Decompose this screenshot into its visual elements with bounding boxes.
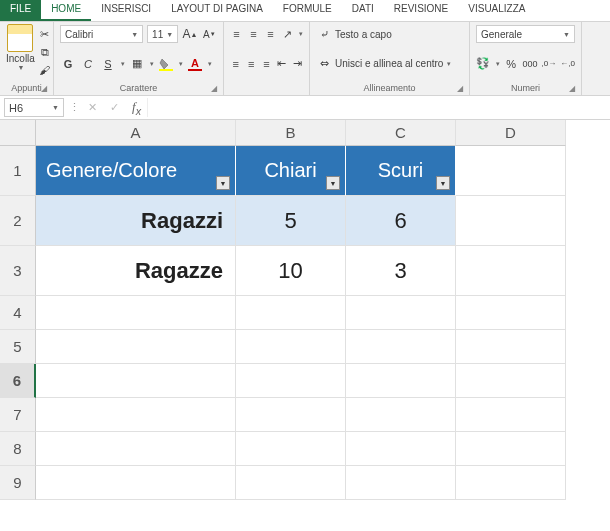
row-header[interactable]: 3 xyxy=(0,246,36,296)
decrease-font-icon[interactable]: A▼ xyxy=(202,26,217,42)
filter-dropdown-icon[interactable]: ▼ xyxy=(326,176,340,190)
table-header-cell[interactable]: Genere/Colore ▼ xyxy=(36,146,236,196)
dialog-launcher-icon[interactable]: ◢ xyxy=(569,84,575,93)
table-cell[interactable]: 6 xyxy=(346,196,456,246)
table-cell[interactable]: 3 xyxy=(346,246,456,296)
cell[interactable] xyxy=(236,330,346,364)
row-header[interactable]: 9 xyxy=(0,466,36,500)
number-format-select[interactable]: Generale▼ xyxy=(476,25,575,43)
bold-button[interactable]: G xyxy=(60,56,76,72)
table-row-label[interactable]: Ragazze xyxy=(36,246,236,296)
col-header[interactable]: C xyxy=(346,120,456,146)
fill-color-icon[interactable] xyxy=(158,56,174,72)
cell[interactable] xyxy=(236,296,346,330)
tab-review[interactable]: REVISIONE xyxy=(384,0,458,21)
cell[interactable] xyxy=(346,364,456,398)
cell[interactable] xyxy=(346,466,456,500)
row-header[interactable]: 5 xyxy=(0,330,36,364)
wrap-text-button[interactable]: ⤶ Testo a capo xyxy=(316,24,463,44)
align-left-icon[interactable]: ≡ xyxy=(230,56,241,72)
underline-button[interactable]: S xyxy=(100,56,116,72)
borders-icon[interactable]: ▦ xyxy=(129,56,145,72)
cell[interactable] xyxy=(346,432,456,466)
font-name-select[interactable]: Calibri▼ xyxy=(60,25,143,43)
cell[interactable] xyxy=(36,330,236,364)
col-header[interactable]: A xyxy=(36,120,236,146)
enter-icon[interactable]: ✓ xyxy=(106,100,122,116)
cell[interactable] xyxy=(456,364,566,398)
name-box[interactable]: H6▼ xyxy=(4,98,64,117)
cell[interactable] xyxy=(36,398,236,432)
cut-icon[interactable]: ✂ xyxy=(37,26,53,42)
row-header[interactable]: 2 xyxy=(0,196,36,246)
cell[interactable] xyxy=(236,398,346,432)
select-all-corner[interactable] xyxy=(0,120,36,146)
cell[interactable] xyxy=(236,432,346,466)
cell[interactable] xyxy=(456,196,566,246)
col-header[interactable]: D xyxy=(456,120,566,146)
col-header[interactable]: B xyxy=(236,120,346,146)
align-bottom-icon[interactable]: ≡ xyxy=(264,26,277,42)
orientation-icon[interactable]: ↗ xyxy=(281,26,294,42)
cell[interactable] xyxy=(236,466,346,500)
cell[interactable] xyxy=(456,398,566,432)
formula-input[interactable] xyxy=(147,98,610,117)
table-cell[interactable]: 5 xyxy=(236,196,346,246)
increase-indent-icon[interactable]: ⇥ xyxy=(292,56,303,72)
copy-icon[interactable]: ⧉ xyxy=(37,44,53,60)
row-header[interactable]: 4 xyxy=(0,296,36,330)
fx-icon[interactable]: fx xyxy=(132,99,141,117)
increase-font-icon[interactable]: A▲ xyxy=(182,26,197,42)
cancel-icon[interactable]: ✕ xyxy=(84,100,100,116)
table-row-label[interactable]: Ragazzi xyxy=(36,196,236,246)
decrease-decimal-icon[interactable]: ←,0 xyxy=(560,56,575,72)
decrease-indent-icon[interactable]: ⇤ xyxy=(276,56,287,72)
table-header-cell[interactable]: Scuri ▼ xyxy=(346,146,456,196)
filter-dropdown-icon[interactable]: ▼ xyxy=(436,176,450,190)
cell[interactable] xyxy=(346,330,456,364)
italic-button[interactable]: C xyxy=(80,56,96,72)
row-header[interactable]: 8 xyxy=(0,432,36,466)
tab-layout[interactable]: LAYOUT DI PAGINA xyxy=(161,0,273,21)
align-top-icon[interactable]: ≡ xyxy=(230,26,243,42)
cell[interactable] xyxy=(36,466,236,500)
align-center-icon[interactable]: ≡ xyxy=(245,56,256,72)
table-cell[interactable]: 10 xyxy=(236,246,346,296)
currency-icon[interactable]: 💱 xyxy=(476,56,491,72)
cell[interactable] xyxy=(456,146,566,196)
tab-view[interactable]: VISUALIZZA xyxy=(458,0,535,21)
row-header[interactable]: 7 xyxy=(0,398,36,432)
dialog-launcher-icon[interactable]: ◢ xyxy=(457,84,463,93)
thousands-icon[interactable]: 000 xyxy=(522,56,537,72)
dialog-launcher-icon[interactable]: ◢ xyxy=(211,84,217,93)
tab-insert[interactable]: INSERISCI xyxy=(91,0,161,21)
cell[interactable] xyxy=(456,330,566,364)
tab-home[interactable]: HOME xyxy=(41,0,91,21)
cell[interactable] xyxy=(36,296,236,330)
dialog-launcher-icon[interactable]: ◢ xyxy=(41,84,47,93)
cell[interactable] xyxy=(456,296,566,330)
row-header[interactable]: 6 xyxy=(0,364,36,398)
format-painter-icon[interactable]: 🖌 xyxy=(37,62,53,78)
font-size-select[interactable]: 11▼ xyxy=(147,25,178,43)
percent-icon[interactable]: % xyxy=(504,56,519,72)
tab-data[interactable]: DATI xyxy=(342,0,384,21)
cell[interactable] xyxy=(36,364,236,398)
paste-button[interactable]: Incolla ▼ xyxy=(6,24,35,78)
increase-decimal-icon[interactable]: ,0→ xyxy=(542,56,557,72)
table-header-cell[interactable]: Chiari ▼ xyxy=(236,146,346,196)
merge-center-button[interactable]: ⇔ Unisci e allinea al centro▾ xyxy=(316,54,463,74)
row-header[interactable]: 1 xyxy=(0,146,36,196)
cell[interactable] xyxy=(346,296,456,330)
font-color-icon[interactable]: A xyxy=(187,56,203,72)
filter-dropdown-icon[interactable]: ▼ xyxy=(216,176,230,190)
cell[interactable] xyxy=(456,432,566,466)
cell[interactable] xyxy=(346,398,456,432)
align-middle-icon[interactable]: ≡ xyxy=(247,26,260,42)
cell[interactable] xyxy=(236,364,346,398)
cell[interactable] xyxy=(456,466,566,500)
tab-formulas[interactable]: FORMULE xyxy=(273,0,342,21)
cell[interactable] xyxy=(36,432,236,466)
tab-file[interactable]: FILE xyxy=(0,0,41,21)
align-right-icon[interactable]: ≡ xyxy=(261,56,272,72)
